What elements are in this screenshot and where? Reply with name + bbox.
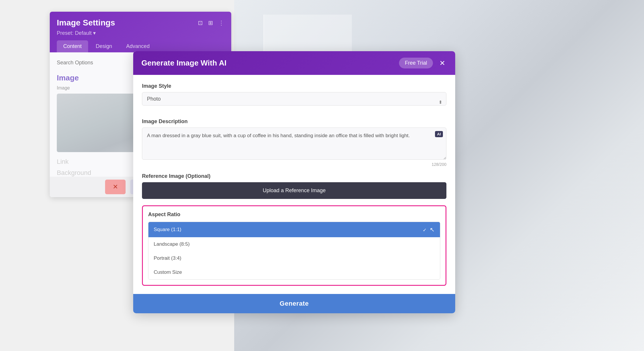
aspect-ratio-section: Aspect Ratio Square (1:1) ✓ ↖ Landscape …: [142, 205, 446, 286]
ai-dialog-header-actions: Free Trial ✕: [399, 58, 447, 68]
aspect-ratio-option-portrait[interactable]: Portrait (3:4): [148, 251, 440, 265]
free-trial-badge[interactable]: Free Trial: [399, 58, 433, 68]
search-input[interactable]: [57, 60, 125, 66]
check-icon: ✓ ↖: [423, 226, 435, 233]
more-icon[interactable]: ⋮: [218, 19, 224, 26]
image-style-select-wrapper: Photo Illustration Painting Sketch 3D Re…: [142, 92, 446, 112]
image-description-label: Image Description: [142, 118, 446, 125]
close-button[interactable]: ✕: [105, 180, 126, 194]
image-style-label: Image Style: [142, 83, 446, 89]
generate-button[interactable]: Generate: [133, 294, 455, 313]
settings-preset[interactable]: Preset: Default ▾: [57, 30, 224, 36]
settings-icons: ⊡ ⊞ ⋮: [198, 19, 224, 26]
aspect-ratio-option-landscape[interactable]: Landscape (8:5): [148, 237, 440, 251]
aspect-ratio-label: Aspect Ratio: [148, 211, 440, 218]
image-style-select[interactable]: Photo Illustration Painting Sketch 3D Re…: [142, 92, 446, 106]
settings-title-row: Image Settings ⊡ ⊞ ⋮: [57, 18, 224, 27]
image-description-textarea[interactable]: A man dressed in a gray blue suit, with …: [142, 128, 446, 160]
screen-icon[interactable]: ⊡: [198, 19, 203, 26]
ai-dialog-title: Generate Image With AI: [141, 58, 227, 68]
aspect-ratio-dropdown: Square (1:1) ✓ ↖ Landscape (8:5) Portrai…: [148, 222, 440, 280]
ai-dialog-header: Generate Image With AI Free Trial ✕: [133, 51, 455, 75]
upload-reference-button[interactable]: Upload a Reference Image: [142, 182, 446, 199]
aspect-ratio-option-custom[interactable]: Custom Size: [148, 265, 440, 279]
ai-icon-badge: AI: [435, 131, 443, 137]
aspect-ratio-option-square[interactable]: Square (1:1) ✓ ↖: [148, 222, 440, 237]
char-count: 128/200: [142, 162, 446, 167]
ai-dialog-body: Image Style Photo Illustration Painting …: [133, 75, 455, 294]
tab-advanced[interactable]: Advanced: [120, 40, 156, 52]
description-wrapper: A man dressed in a gray blue suit, with …: [142, 128, 446, 161]
grid-icon[interactable]: ⊞: [208, 19, 213, 26]
reference-image-label: Reference Image (Optional): [142, 173, 446, 179]
settings-header: Image Settings ⊡ ⊞ ⋮ Preset: Default ▾ C…: [50, 12, 231, 52]
tab-content[interactable]: Content: [57, 40, 88, 52]
tab-design[interactable]: Design: [89, 40, 119, 52]
ai-dialog-close-button[interactable]: ✕: [438, 58, 447, 68]
ai-dialog: Generate Image With AI Free Trial ✕ Imag…: [133, 51, 455, 313]
settings-tabs: Content Design Advanced: [57, 40, 224, 52]
settings-title: Image Settings: [57, 18, 115, 27]
